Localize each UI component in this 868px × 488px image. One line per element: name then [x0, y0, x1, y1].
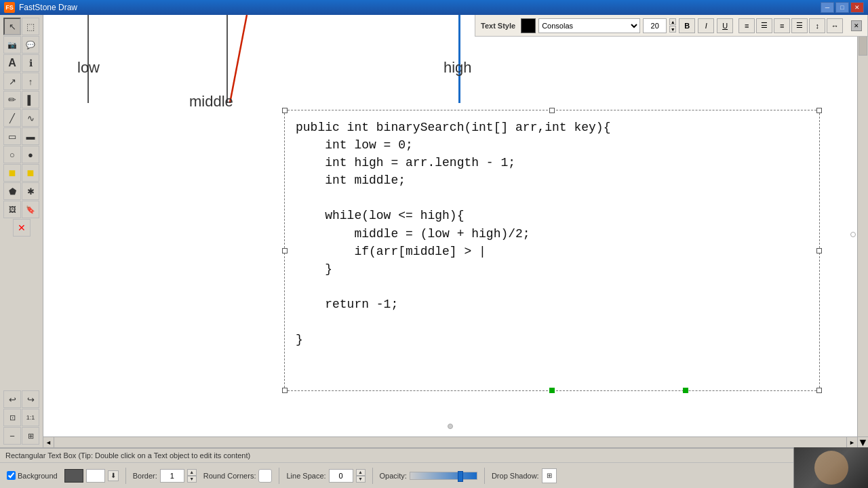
- zoom-out-button[interactable]: −: [3, 427, 21, 445]
- line-space-input[interactable]: [329, 469, 353, 483]
- maximize-button[interactable]: □: [835, 2, 849, 13]
- border-label: Border:: [133, 472, 157, 480]
- tool-row-5: ✏ ▌: [3, 91, 39, 108]
- scroll-left-button[interactable]: ◄: [43, 437, 54, 447]
- opacity-group: Opacity:: [380, 472, 477, 480]
- font-size-up[interactable]: ▲: [669, 18, 676, 25]
- horizontal-scrollbar[interactable]: ◄ ►: [43, 436, 857, 447]
- round-corners-label: Round Corners:: [203, 472, 256, 480]
- border-down[interactable]: ▼: [187, 476, 197, 483]
- redo-button[interactable]: ↪: [22, 390, 39, 408]
- canvas-scroll-dot: [448, 424, 453, 429]
- text-box-container[interactable]: public int binarySearch(int[] arr,int ke…: [284, 110, 820, 391]
- app-icon: FS: [4, 2, 15, 13]
- line-tool-button[interactable]: ╱: [3, 109, 21, 127]
- close-button[interactable]: ✕: [850, 2, 864, 13]
- text-direction-button[interactable]: ↕: [809, 18, 825, 33]
- divider-1: [125, 468, 126, 484]
- delete-button[interactable]: ✕: [13, 219, 31, 237]
- text-tool-button[interactable]: A: [3, 54, 21, 72]
- line-space-spin: ▲ ▼: [356, 469, 366, 483]
- align-left-button[interactable]: ≡: [738, 18, 755, 33]
- rect-outline-button[interactable]: ▭: [3, 127, 21, 145]
- image-insert-button[interactable]: 🖼: [3, 201, 21, 218]
- opacity-thumb[interactable]: [458, 471, 463, 482]
- yellow-square-button[interactable]: ■: [22, 164, 39, 182]
- vertical-scrollbar[interactable]: ▲ ▼: [857, 15, 868, 447]
- border-up[interactable]: ▲: [187, 469, 197, 476]
- fill-tool-button[interactable]: ⬟: [3, 182, 21, 200]
- svg-line-0: [230, 15, 247, 103]
- round-corners-preview[interactable]: [258, 469, 272, 483]
- bg-color-swatch-dark[interactable]: [64, 469, 83, 483]
- select-tool-button[interactable]: ↖: [3, 18, 21, 35]
- bold-button[interactable]: B: [679, 18, 695, 33]
- align-justify-button[interactable]: ☰: [791, 18, 808, 33]
- info-tool-button[interactable]: ℹ: [22, 54, 39, 72]
- background-label: Background: [18, 472, 58, 480]
- zoom-1-1-button[interactable]: 1:1: [22, 409, 39, 426]
- up-arrow-button[interactable]: ↑: [22, 73, 39, 90]
- opacity-label: Opacity:: [380, 472, 407, 480]
- zoom-print-button[interactable]: ⊞: [22, 427, 39, 445]
- undo-button[interactable]: ↩: [3, 390, 21, 408]
- status-tip: Rectangular Text Box (Tip: Double click …: [5, 451, 250, 460]
- circle-filled-button[interactable]: ●: [22, 146, 39, 163]
- minimize-button[interactable]: ─: [821, 2, 834, 13]
- highlighter-button[interactable]: ▌: [22, 91, 39, 108]
- curve-tool-button[interactable]: ∿: [22, 109, 39, 127]
- select-rect-button[interactable]: ⬚: [22, 18, 39, 35]
- middle-label: middle: [189, 93, 233, 110]
- arrow-tool-button[interactable]: ↗: [3, 73, 21, 90]
- font-family-select[interactable]: Consolas: [538, 18, 640, 33]
- align-center-button[interactable]: ☰: [756, 18, 772, 33]
- tool-row-3: A ℹ: [3, 54, 39, 72]
- font-size-down[interactable]: ▼: [669, 26, 676, 33]
- scroll-down-button[interactable]: ▼: [858, 436, 868, 447]
- rect-filled-button[interactable]: ▬: [22, 127, 39, 145]
- scroll-right-button[interactable]: ►: [846, 437, 857, 447]
- tool-row-undo: ↩ ↪: [3, 390, 39, 408]
- bg-color-pick[interactable]: ⬇: [108, 470, 119, 481]
- webcam-face: [814, 451, 848, 485]
- tool-row-1: ↖ ⬚: [3, 18, 39, 35]
- line-space-down[interactable]: ▼: [356, 476, 366, 483]
- tool-row-4: ↗ ↑: [3, 73, 39, 90]
- tool-row-zoom1: ⊡ 1:1: [3, 409, 39, 426]
- align-right-button[interactable]: ≡: [774, 18, 790, 33]
- font-size-input[interactable]: [643, 18, 667, 33]
- screen-capture-button[interactable]: 📷: [3, 36, 21, 54]
- background-checkbox[interactable]: [7, 471, 16, 480]
- pointer-tool-button[interactable]: ✱: [22, 182, 39, 200]
- text-style-close[interactable]: ✕: [851, 20, 862, 31]
- font-color-swatch[interactable]: [521, 18, 536, 33]
- text-style-label: Text Style: [481, 22, 515, 30]
- tool-row-8: ○ ●: [3, 146, 39, 163]
- text-spacing-button[interactable]: ↔: [827, 18, 843, 33]
- circle-outline-button[interactable]: ○: [3, 146, 21, 163]
- speech-bubble-button[interactable]: 💬: [22, 36, 39, 54]
- underline-button[interactable]: U: [717, 18, 733, 33]
- red-diagonal-svg: [220, 15, 274, 103]
- titlebar: FS FastStone Draw ─ □ ✕: [0, 0, 868, 15]
- drop-shadow-icon[interactable]: ⊞: [542, 468, 557, 483]
- low-label: low: [77, 59, 100, 77]
- code-box[interactable]: public int binarySearch(int[] arr,int ke…: [285, 110, 819, 390]
- webcam-thumbnail: [793, 447, 868, 488]
- pencil-button[interactable]: ✏: [3, 91, 21, 108]
- line-space-group: Line Space: ▲ ▼: [286, 469, 365, 483]
- border-value-input[interactable]: [160, 469, 184, 483]
- bg-color-group: ⬇: [64, 469, 119, 483]
- border-spin: ▲ ▼: [187, 469, 197, 483]
- zoom-fit-button[interactable]: ⊡: [3, 409, 21, 426]
- border-group: Border: ▲ ▼: [133, 469, 197, 483]
- status-text: Rectangular Text Box (Tip: Double click …: [0, 449, 868, 463]
- stamp-button[interactable]: 🔖: [22, 201, 39, 218]
- yellow-highlight-button[interactable]: ■: [3, 164, 21, 182]
- tool-row-7: ▭ ▬: [3, 127, 39, 145]
- opacity-slider[interactable]: [410, 472, 477, 480]
- divider-3: [372, 468, 373, 484]
- italic-button[interactable]: I: [698, 18, 714, 33]
- line-space-up[interactable]: ▲: [356, 469, 366, 476]
- bg-color-swatch-white[interactable]: [86, 469, 105, 483]
